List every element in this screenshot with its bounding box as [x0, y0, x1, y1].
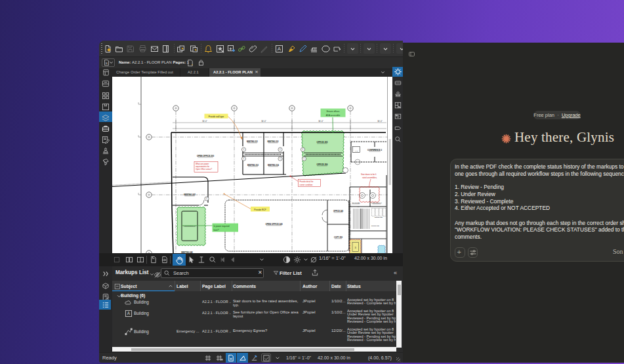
svg-text:30'-0": 30'-0" — [377, 120, 383, 123]
svg-text:C: C — [304, 157, 305, 160]
svg-text:C: C — [206, 197, 207, 200]
svg-text:corner condition: corner condition — [300, 184, 313, 186]
svg-text:OFFICE 240: OFFICE 240 — [333, 210, 344, 212]
svg-text:rated assemblies,: rated assemblies, — [362, 176, 377, 179]
svg-text:AT-01: AT-01 — [354, 150, 358, 152]
svg-text:Is power required: Is power required — [214, 225, 230, 228]
svg-text:STORAGE: STORAGE — [371, 225, 379, 227]
svg-text:STORAGE: STORAGE — [375, 216, 383, 218]
svg-text:C: C — [280, 157, 281, 160]
svg-text:30'-0": 30'-0" — [202, 120, 207, 123]
svg-text:Open Office areas?: Open Office areas? — [196, 168, 212, 171]
svg-text:30'-0": 30'-0" — [318, 120, 323, 123]
svg-text:CONFERENCE 2: CONFERENCE 2 — [367, 149, 382, 152]
svg-text:OPEN OFFICE 200: OPEN OFFICE 200 — [197, 155, 215, 157]
svg-text:A: A — [278, 46, 281, 52]
svg-text:OFFICE 205: OFFICE 205 — [317, 141, 328, 144]
svg-text:STAIR 251: STAIR 251 — [352, 202, 360, 204]
svg-text:MEETING 247: MEETING 247 — [184, 193, 196, 196]
svg-text:A: A — [127, 311, 131, 315]
svg-text:MEETING 203: MEETING 203 — [268, 140, 279, 143]
svg-text:ADA accessible: ADA accessible — [326, 114, 341, 117]
svg-text:UP: UP — [357, 206, 360, 207]
svg-text:OFFICE 206: OFFICE 206 — [317, 163, 328, 166]
svg-text:Provide detail for: Provide detail for — [300, 180, 314, 183]
svg-text:requirements for: requirements for — [196, 165, 209, 168]
svg-text:MEETING 201: MEETING 201 — [247, 140, 258, 143]
svg-text:ELECTRICAL: ELECTRICAL — [371, 202, 382, 204]
svg-text:MEETING 204: MEETING 204 — [268, 164, 279, 167]
svg-text:MEETING 202: MEETING 202 — [247, 164, 259, 167]
svg-text:here?: here? — [214, 229, 219, 232]
svg-text:C: C — [243, 148, 245, 151]
svg-text:OPEN OFFICE 240: OPEN OFFICE 240 — [265, 223, 283, 226]
svg-text:C: C — [243, 157, 245, 160]
svg-text:What are power: What are power — [196, 163, 209, 165]
svg-text:Stair doors to be fi: Stair doors to be fi — [361, 173, 377, 176]
svg-text:C: C — [280, 148, 281, 151]
svg-text:C: C — [302, 148, 304, 151]
svg-text:30'-0": 30'-0" — [261, 120, 266, 123]
svg-text:COPY 250: COPY 250 — [334, 236, 343, 239]
svg-text:Provide RCP: Provide RCP — [254, 209, 266, 211]
svg-text:Ensure offices: Ensure offices — [327, 110, 340, 113]
svg-text:Provide wall type: Provide wall type — [209, 115, 224, 118]
